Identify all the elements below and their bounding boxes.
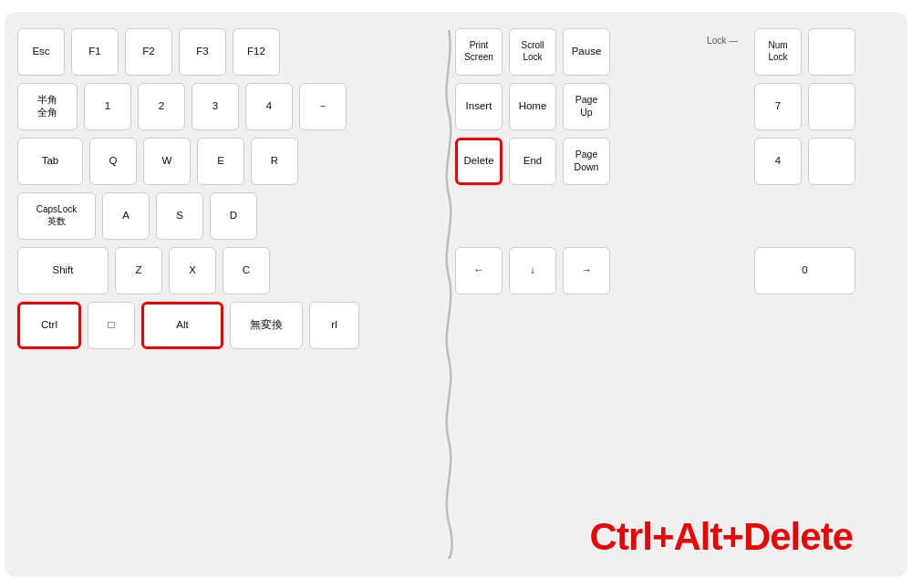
row-print: PrintScreen ScrollLock Pause Lock —: [455, 28, 747, 76]
row-insert: Insert Home PageUp: [455, 83, 747, 130]
key-minus[interactable]: －: [299, 83, 347, 130]
key-num-lock[interactable]: NumLock: [754, 28, 802, 76]
key-r[interactable]: R: [251, 138, 298, 185]
right-section: PrintScreen ScrollLock Pause Lock — Inse…: [455, 28, 747, 561]
key-x[interactable]: X: [169, 247, 216, 294]
key-w[interactable]: W: [143, 138, 191, 185]
left-section: Esc F1 F2 F3 F12 半角全角 1 2 3 4 － Tab Q W …: [17, 28, 446, 561]
key-ctrl[interactable]: Ctrl: [17, 302, 81, 349]
key-rl[interactable]: rl: [309, 302, 359, 349]
combo-label: Ctrl+Alt+Delete: [590, 515, 853, 559]
key-num-slash[interactable]: [808, 28, 855, 76]
key-tab[interactable]: Tab: [17, 138, 83, 185]
key-arrow-right[interactable]: →: [563, 247, 610, 294]
key-q[interactable]: Q: [89, 138, 137, 185]
spacer: [455, 192, 747, 240]
lock-label: Lock —: [707, 36, 738, 46]
key-shift[interactable]: Shift: [17, 247, 109, 294]
numpad-row3: 4: [754, 138, 886, 185]
key-f3[interactable]: F3: [179, 28, 226, 76]
key-d[interactable]: D: [210, 192, 257, 240]
key-pause[interactable]: Pause: [563, 28, 610, 76]
wavy-separator: [435, 12, 462, 577]
row-asdf: CapsLock英数 A S D: [17, 192, 446, 240]
row-bottom: Ctrl □ Alt 無変換 rl: [17, 302, 446, 349]
row-qwerty: Tab Q W E R: [17, 138, 446, 185]
row-arrows: ← ↓ →: [455, 247, 747, 294]
key-page-up[interactable]: PageUp: [563, 83, 610, 130]
key-muhenkan[interactable]: 無変換: [230, 302, 303, 349]
key-f2[interactable]: F2: [125, 28, 172, 76]
key-f1[interactable]: F1: [71, 28, 119, 76]
keyboard-container: Esc F1 F2 F3 F12 半角全角 1 2 3 4 － Tab Q W …: [0, 0, 912, 588]
numpad-row2: 7: [754, 83, 886, 130]
key-num-7[interactable]: 7: [754, 83, 802, 130]
key-alt[interactable]: Alt: [141, 302, 223, 349]
key-win[interactable]: □: [88, 302, 135, 349]
numpad-spacer: [754, 192, 886, 240]
key-capslock[interactable]: CapsLock英数: [17, 192, 96, 240]
row-delete: Delete End PageDown: [455, 138, 747, 185]
key-2[interactable]: 2: [138, 83, 185, 130]
key-1[interactable]: 1: [84, 83, 131, 130]
key-a[interactable]: A: [102, 192, 150, 240]
key-hankaku[interactable]: 半角全角: [17, 83, 78, 130]
keyboard-layout: Esc F1 F2 F3 F12 半角全角 1 2 3 4 － Tab Q W …: [5, 12, 907, 577]
key-4[interactable]: 4: [245, 83, 293, 130]
numpad-section: NumLock 7 4 0: [754, 28, 886, 561]
row-function: Esc F1 F2 F3 F12: [17, 28, 446, 76]
key-end[interactable]: End: [509, 138, 556, 185]
key-scroll-lock[interactable]: ScrollLock: [509, 28, 556, 76]
key-z[interactable]: Z: [115, 247, 162, 294]
row-zxcv: Shift Z X C: [17, 247, 446, 294]
numpad-row4: 0: [754, 247, 886, 294]
key-f12[interactable]: F12: [233, 28, 280, 76]
key-e[interactable]: E: [197, 138, 244, 185]
key-c[interactable]: C: [223, 247, 270, 294]
key-num-5[interactable]: [808, 138, 855, 185]
key-s[interactable]: S: [156, 192, 203, 240]
key-3[interactable]: 3: [192, 83, 239, 130]
key-esc[interactable]: Esc: [17, 28, 65, 76]
key-home[interactable]: Home: [509, 83, 556, 130]
key-page-down[interactable]: PageDown: [563, 138, 610, 185]
row-numbers: 半角全角 1 2 3 4 －: [17, 83, 446, 130]
key-num-8[interactable]: [808, 83, 855, 130]
numpad-row1: NumLock: [754, 28, 886, 76]
key-num-4[interactable]: 4: [754, 138, 802, 185]
key-arrow-down[interactable]: ↓: [509, 247, 556, 294]
key-num-0[interactable]: 0: [754, 247, 855, 294]
